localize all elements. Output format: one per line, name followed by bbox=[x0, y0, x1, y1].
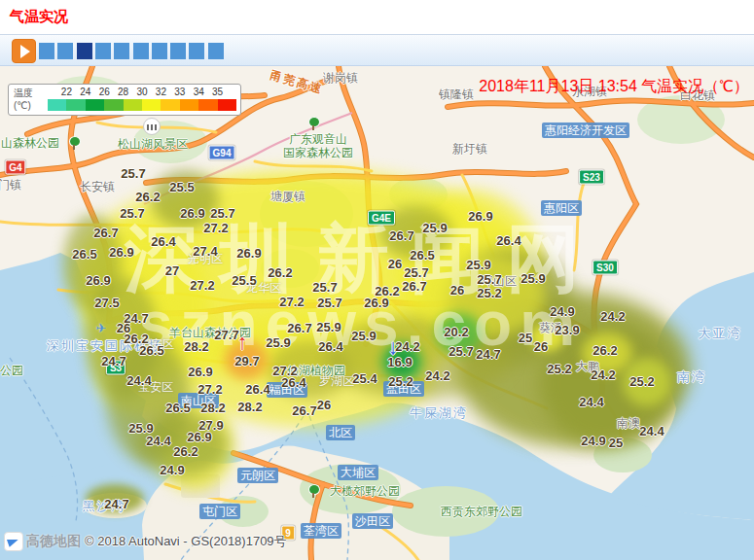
timestamp: 2018年11月13日 13:54 气温实况（℃） bbox=[479, 77, 749, 97]
legend-tick: 24 bbox=[80, 87, 90, 97]
legend-color-block bbox=[198, 99, 217, 111]
legend-color-block bbox=[218, 99, 236, 111]
temperature-legend: 温度 (℃) 222426283032333435 bbox=[8, 84, 241, 116]
legend-tick: 34 bbox=[194, 87, 204, 97]
legend-title: 温度 bbox=[14, 87, 33, 99]
legend-tick: 22 bbox=[61, 87, 72, 97]
legend-color-block bbox=[66, 99, 85, 111]
legend-tick: 35 bbox=[212, 87, 223, 97]
timeline-segment-2[interactable] bbox=[57, 43, 73, 59]
legend-tick: 32 bbox=[156, 87, 166, 97]
legend-color-block bbox=[48, 99, 66, 111]
legend-color-block bbox=[104, 99, 123, 111]
legend-unit: (℃) bbox=[14, 99, 33, 112]
legend-tick: 30 bbox=[136, 87, 147, 97]
timeline-segment-7[interactable] bbox=[152, 43, 167, 59]
amap-brand: 高德地图 bbox=[26, 533, 81, 550]
legend-color-block bbox=[142, 99, 161, 111]
timeline-segment-3[interactable] bbox=[77, 43, 92, 59]
legend-tick: 28 bbox=[118, 87, 128, 97]
weather-map-page: 深圳新闻网 sznews.com 谢岗镇镇隆镇新圩镇塘厦镇长安镇门镇永湖镇白花镇… bbox=[0, 0, 754, 560]
timeline-player bbox=[0, 34, 754, 66]
legend-color-block bbox=[86, 99, 104, 111]
play-button[interactable] bbox=[12, 39, 36, 63]
page-title: 气温实况 bbox=[10, 8, 68, 26]
timeline-segment-1[interactable] bbox=[39, 43, 54, 59]
legend-color-block bbox=[161, 99, 179, 111]
legend-tick: 33 bbox=[174, 87, 185, 97]
watermark-line2: sznews.com bbox=[138, 288, 583, 360]
timeline-segment-10[interactable] bbox=[208, 43, 224, 59]
page-header: 气温实况 bbox=[0, 0, 754, 34]
map-attribution: 高德地图 © 2018 AutoNavi - GS(2018)1709号 bbox=[4, 532, 287, 551]
legend-label: 温度 (℃) bbox=[14, 87, 33, 112]
legend-color-bar bbox=[48, 99, 236, 111]
timeline-segment-6[interactable] bbox=[133, 43, 149, 59]
legend-ticks: 222426283032333435 bbox=[48, 87, 236, 98]
amap-logo-icon bbox=[4, 532, 23, 551]
timeline-segment-5[interactable] bbox=[114, 43, 129, 59]
timeline-segment-4[interactable] bbox=[95, 43, 111, 59]
legend-color-block bbox=[180, 99, 198, 111]
timeline-segment-8[interactable] bbox=[170, 43, 186, 59]
timeline-segment-9[interactable] bbox=[189, 43, 204, 59]
legend-color-block bbox=[124, 99, 142, 111]
legend-tick: 26 bbox=[99, 87, 110, 97]
copyright-text: © 2018 AutoNavi - GS(2018)1709号 bbox=[85, 533, 287, 550]
